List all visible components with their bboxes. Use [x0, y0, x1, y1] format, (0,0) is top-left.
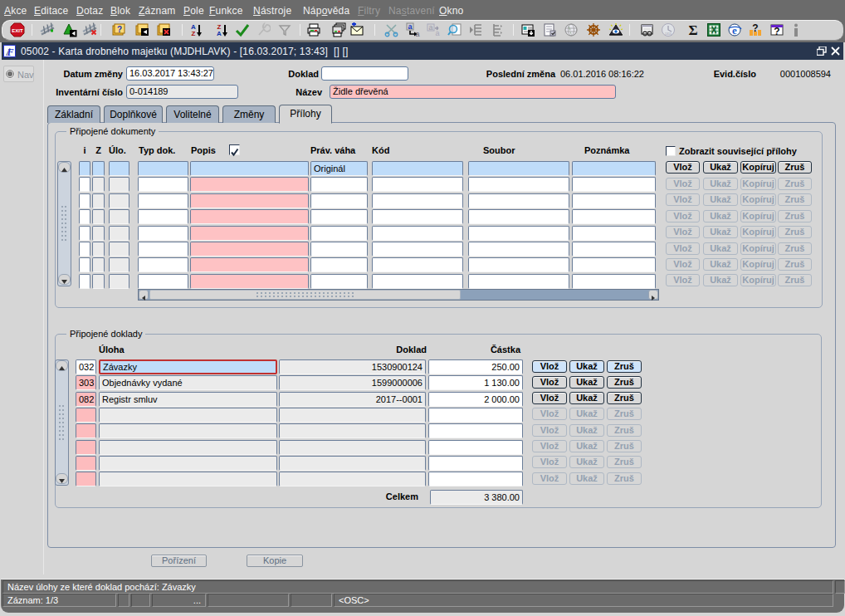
svg-text:Z: Z: [192, 30, 196, 37]
svg-text:?: ?: [774, 26, 779, 37]
svg-text:1315: 1315: [665, 32, 672, 36]
svg-text:?: ?: [752, 22, 758, 34]
svg-text:X: X: [711, 26, 717, 35]
svg-text:a: a: [435, 29, 439, 37]
svg-text:e: e: [732, 24, 737, 37]
svg-text:A: A: [217, 30, 222, 37]
svg-text:F: F: [6, 46, 13, 57]
svg-text:EXIT: EXIT: [12, 28, 23, 33]
svg-text:a: a: [415, 30, 419, 37]
svg-text:?: ?: [117, 25, 122, 34]
svg-text:Σ: Σ: [688, 22, 697, 37]
